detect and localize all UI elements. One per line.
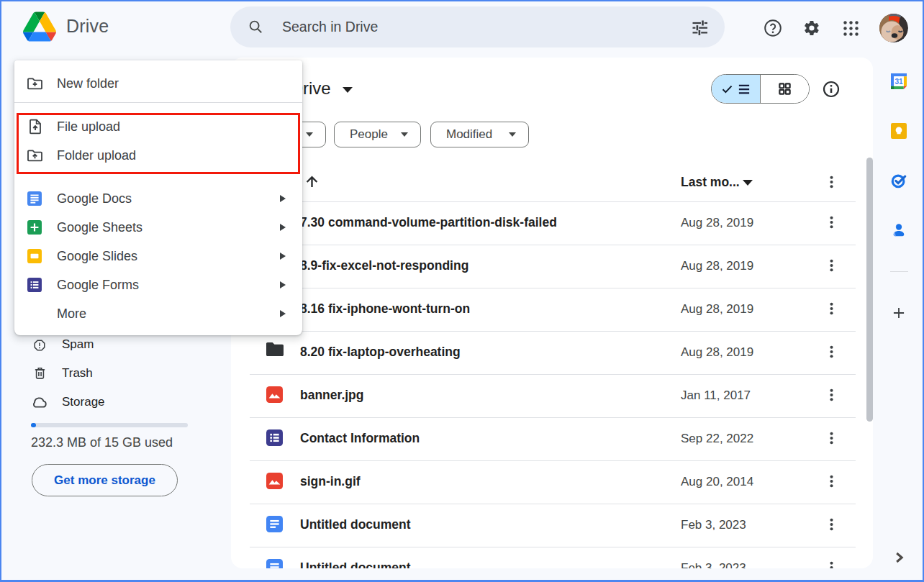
svg-text:31: 31 (894, 78, 903, 86)
